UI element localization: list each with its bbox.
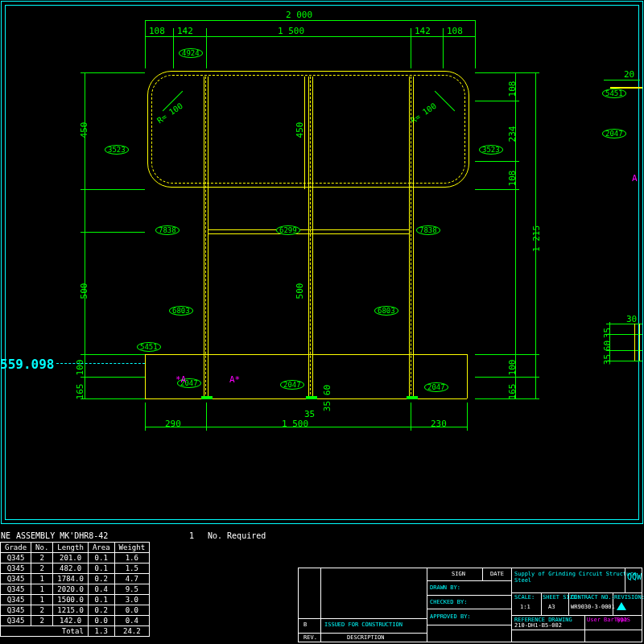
tb-scale-v: 1:1 [520, 604, 530, 610]
dim-108-rb: 108 [507, 171, 518, 187]
dim-165-l: 165 [75, 384, 85, 400]
ext-line [475, 101, 519, 101]
baseplate-right [407, 396, 418, 399]
mid-rail-bot [208, 233, 409, 234]
bom-cell: 1215.0 [53, 605, 89, 616]
post-left-center [205, 76, 206, 398]
bom-cell: 0.0 [88, 616, 114, 626]
bom-cell: Q345 [1, 616, 31, 626]
bom-cell: 1500.0 [53, 595, 89, 605]
dim-35: 35 [322, 401, 332, 411]
tb-drawn: DRAWN BY: [430, 584, 460, 591]
bom-cell: Q345 [1, 605, 31, 616]
bom-cell: 142.0 [53, 616, 89, 626]
bom-cell: 0.4 [114, 616, 150, 626]
dim-1500-b: 1 500 [282, 419, 308, 429]
title-block: B ISSUED FOR CONSTRUCTION REV. DESCRIPTI… [298, 568, 642, 642]
dim-35b: 35 [304, 409, 315, 419]
coordinate-label: 559.098 [0, 357, 54, 372]
col-length: Length [53, 543, 89, 553]
bom-row: Q3452142.00.00.4 [1, 616, 150, 626]
bom-cell: 1.5 [114, 564, 150, 574]
bom-cell: Q345 [1, 584, 31, 595]
bubble-7838-l: 7838 [155, 225, 180, 235]
dim-1215: 1 215 [531, 225, 542, 252]
dim-108-r: 108 [447, 26, 463, 36]
bom-cell: 2020.0 [53, 584, 89, 595]
tb-rev: REV. [303, 634, 317, 641]
bom-row: Q34521215.00.20.0 [1, 605, 150, 616]
bom-cell: 0.1 [88, 564, 114, 574]
ext-line [80, 232, 145, 233]
dim-108-rt: 108 [507, 81, 518, 97]
bom-cell: 2 [31, 616, 53, 626]
bom-cell: Q345 [1, 564, 31, 574]
dim-290: 290 [165, 419, 181, 429]
tb-project: Supply of Grinding Circuit Structure Ste… [514, 571, 639, 584]
marker-a-right: A* [229, 374, 240, 385]
ext-line [467, 402, 468, 431]
tb-contract-l: CONTRACT NO.: [571, 594, 615, 601]
tb-date: DATE [490, 571, 504, 577]
tb-qqw: QQW [627, 572, 642, 581]
coord-line [56, 363, 145, 364]
bom-cell: Q345 [1, 574, 31, 584]
dim-500-m: 500 [295, 283, 305, 299]
table-title-ne: NE [1, 531, 10, 540]
bom-cell: Q345 [1, 595, 31, 605]
ext-line [206, 402, 207, 431]
ext-line [475, 189, 519, 190]
ext-line [475, 354, 539, 355]
bubble-2047-s: 2047 [602, 129, 626, 138]
post-mid [308, 76, 309, 398]
dim-axis-right [515, 72, 516, 398]
tb-triangle-icon [617, 602, 626, 610]
bom-header-row: Grade No. Length Area Weight [1, 543, 150, 553]
ext-line [206, 28, 207, 68]
bubble-5451-s: 5451 [602, 89, 626, 98]
bom-cell: 1 [31, 574, 53, 584]
dim-35-s2: 35 [602, 354, 613, 365]
tb-desc-col [321, 568, 427, 642]
bubble-4924: 4924 [179, 48, 203, 58]
bom-row: Q3452201.00.11.6 [1, 553, 150, 564]
dim-142-r: 142 [415, 26, 431, 36]
bom-cell: 0.1 [88, 595, 114, 605]
bom-cell: 2 [31, 564, 53, 574]
ext-line [606, 324, 642, 324]
side-plate-2 [639, 324, 640, 361]
kickplate-left [145, 354, 146, 398]
bubble-5451: 5451 [137, 342, 161, 352]
bubble-6803-r: 6803 [374, 306, 398, 316]
dim-234: 234 [507, 126, 518, 142]
ext-line [443, 28, 444, 68]
dim-100-r: 100 [507, 360, 518, 376]
ext-line [475, 20, 476, 68]
bubble-3523-r: 3523 [479, 145, 503, 155]
tb-approved: APPROVED BY: [430, 613, 471, 620]
baseplate-mid [306, 396, 317, 399]
tb-sheet-v: A3 [548, 604, 555, 610]
dim-142-l: 142 [177, 26, 193, 36]
col-grade: Grade [1, 543, 31, 553]
tb-desc: DESCRIPTION [347, 634, 384, 641]
dim-500-l: 500 [79, 283, 89, 299]
bom-cell: 1 [31, 595, 53, 605]
ext-line [475, 72, 539, 73]
tb-bartype-v: BOIS [617, 617, 630, 623]
bom-total-row: Total 1.3 24.2 [1, 626, 150, 637]
marker-a-side: A [632, 173, 638, 184]
bom-row: Q34512020.00.49.5 [1, 584, 150, 595]
tb-rev-col [299, 568, 321, 642]
bom-row: Q3452482.00.11.5 [1, 564, 150, 574]
ext-line [80, 354, 145, 355]
dim-2000: 2 000 [286, 10, 312, 20]
bom-cell: 0.4 [88, 584, 114, 595]
bubble-6299: 6299 [276, 225, 300, 235]
kickplate-right [467, 354, 468, 398]
tb-issued: ISSUED FOR CONSTRUCTION [324, 621, 402, 628]
ext-line [145, 402, 146, 431]
bom-row: Q34511500.00.13.0 [1, 595, 150, 605]
ext-line [475, 161, 519, 162]
dim-165-r: 165 [507, 384, 518, 400]
